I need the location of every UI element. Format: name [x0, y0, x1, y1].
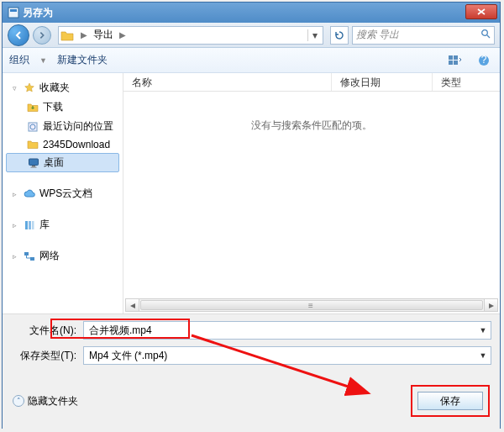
breadcrumb-dropdown[interactable]: ▾: [307, 29, 321, 41]
svg-rect-13: [31, 166, 37, 167]
caret-down-icon: ▿: [13, 84, 19, 92]
svg-rect-6: [454, 61, 458, 65]
help-icon: ?: [478, 55, 490, 66]
column-name[interactable]: 名称: [123, 73, 332, 91]
nav-back-button[interactable]: [8, 24, 29, 46]
filename-dropdown[interactable]: ▼: [476, 323, 490, 338]
tree-header-libraries[interactable]: ▹ 库: [3, 215, 123, 234]
favorites-label: 收藏夹: [39, 81, 70, 95]
breadcrumb-bar[interactable]: ▶ 导出 ▶ ▾: [58, 26, 323, 45]
chevron-right-icon: ▶: [81, 30, 87, 40]
libraries-label: 库: [39, 218, 50, 232]
search-placeholder: 搜索 导出: [356, 28, 399, 42]
caret-right-icon: ▹: [13, 221, 19, 229]
svg-rect-11: [29, 159, 39, 166]
save-as-dialog: 另存为 ▶ 导出 ▶ ▾ 搜索 导出: [2, 2, 501, 429]
organize-menu[interactable]: 组织: [9, 53, 29, 67]
tree-item-desktop[interactable]: 桌面: [6, 153, 119, 172]
svg-rect-18: [30, 257, 34, 261]
arrow-left-icon: [13, 30, 24, 40]
view-icon: [449, 55, 462, 66]
save-button[interactable]: 保存: [417, 392, 483, 410]
filetype-select[interactable]: [83, 346, 491, 365]
cloud-icon: [23, 188, 36, 200]
network-icon: [23, 250, 36, 262]
wps-label: WPS云文档: [39, 187, 92, 201]
save-highlight-annotation: 保存: [411, 385, 490, 417]
scroll-right-icon[interactable]: ▸: [484, 299, 497, 311]
desktop-icon: [27, 157, 40, 169]
save-fields: 文件名(N): ▼ 保存类型(T): ▼: [3, 313, 500, 377]
empty-message: 没有与搜索条件匹配的项。: [123, 119, 500, 133]
nav-bar: ▶ 导出 ▶ ▾ 搜索 导出: [3, 23, 500, 48]
scrollbar-thumb[interactable]: ≡: [140, 300, 483, 310]
star-icon: [23, 82, 36, 94]
folder-icon: [60, 29, 74, 41]
help-button[interactable]: ?: [475, 52, 493, 69]
nav-forward-button[interactable]: [33, 26, 51, 45]
network-label: 网络: [39, 249, 60, 263]
close-icon: [477, 8, 486, 15]
close-button[interactable]: [465, 4, 497, 19]
tree-header-favorites[interactable]: ▿ 收藏夹: [3, 78, 123, 97]
hide-folders-toggle[interactable]: ˄ 隐藏文件夹: [13, 394, 78, 408]
horizontal-scrollbar[interactable]: ◂ ≡ ▸: [125, 298, 498, 312]
column-headers: 名称 修改日期 类型: [123, 73, 500, 92]
filetype-label: 保存类型(T):: [11, 349, 76, 363]
svg-rect-5: [449, 61, 453, 65]
svg-rect-15: [29, 221, 31, 229]
tree-header-wps[interactable]: ▹ WPS云文档: [3, 184, 123, 203]
column-type[interactable]: 类型: [433, 73, 500, 91]
refresh-icon: [334, 30, 344, 40]
titlebar: 另存为: [3, 3, 500, 23]
svg-point-2: [482, 30, 488, 36]
folder-tree[interactable]: ▿ 收藏夹 下载 最近访问的位置 2345Download: [3, 73, 123, 313]
chevron-down-icon: ▼: [39, 56, 47, 65]
tree-item-recent[interactable]: 最近访问的位置: [3, 117, 123, 136]
svg-rect-12: [32, 166, 35, 167]
tree-item-2345download[interactable]: 2345Download: [3, 136, 123, 153]
svg-rect-1: [10, 9, 17, 12]
search-icon: [480, 29, 491, 41]
recent-icon: [26, 121, 39, 133]
svg-rect-14: [25, 221, 28, 229]
file-list-pane: 名称 修改日期 类型 没有与搜索条件匹配的项。 ◂ ≡ ▸: [123, 73, 500, 313]
svg-rect-16: [32, 221, 34, 229]
svg-rect-3: [449, 55, 453, 60]
tree-header-network[interactable]: ▹ 网络: [3, 246, 123, 266]
column-date[interactable]: 修改日期: [332, 73, 433, 91]
toolbar: 组织 ▼ 新建文件夹 ?: [3, 48, 500, 73]
chevron-up-icon: ˄: [13, 395, 24, 407]
folder-icon: [26, 139, 39, 150]
dialog-footer: ˄ 隐藏文件夹 保存: [3, 377, 500, 429]
svg-rect-4: [454, 55, 458, 60]
tree-item-downloads[interactable]: 下载: [3, 97, 123, 117]
libraries-icon: [23, 219, 36, 231]
filetype-dropdown[interactable]: ▼: [476, 348, 490, 363]
breadcrumb-item[interactable]: 导出: [91, 26, 116, 44]
body-area: ▿ 收藏夹 下载 最近访问的位置 2345Download: [3, 73, 500, 313]
search-input[interactable]: 搜索 导出: [352, 26, 495, 45]
caret-right-icon: ▹: [13, 190, 19, 198]
scroll-left-icon[interactable]: ◂: [126, 299, 139, 311]
download-icon: [26, 102, 39, 113]
caret-right-icon: ▹: [13, 252, 19, 261]
arrow-right-icon: [38, 31, 46, 40]
app-icon: [8, 7, 19, 18]
svg-text:?: ?: [481, 55, 487, 66]
refresh-button[interactable]: [330, 26, 349, 45]
svg-rect-0: [8, 8, 18, 18]
filename-label: 文件名(N):: [11, 324, 76, 338]
window-title: 另存为: [23, 6, 53, 20]
view-options-button[interactable]: [446, 52, 465, 69]
new-folder-button[interactable]: 新建文件夹: [57, 53, 108, 67]
filename-input[interactable]: [83, 321, 491, 340]
chevron-right-icon: ▶: [119, 30, 126, 40]
svg-rect-17: [24, 252, 29, 256]
